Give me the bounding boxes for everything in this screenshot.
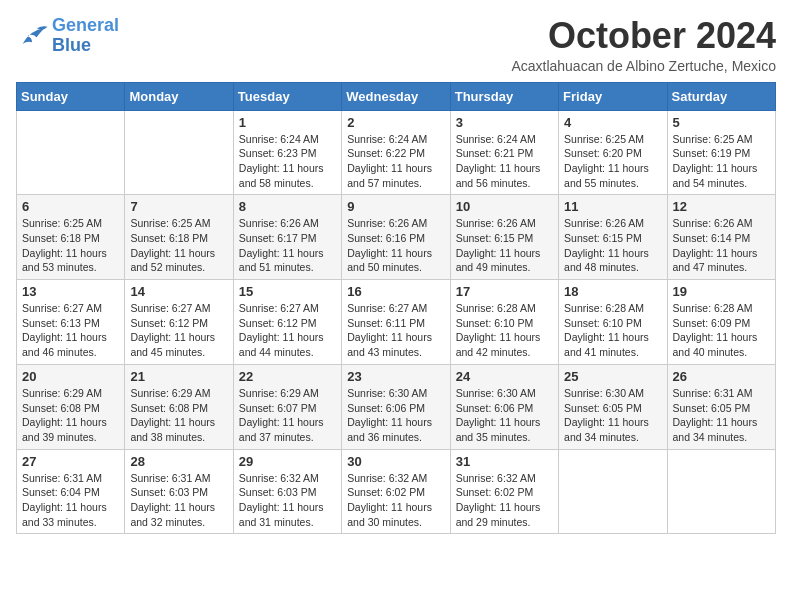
day-number: 14 <box>130 284 227 299</box>
day-info: Sunrise: 6:31 AMSunset: 6:03 PMDaylight:… <box>130 471 227 530</box>
day-info: Sunrise: 6:29 AMSunset: 6:08 PMDaylight:… <box>22 386 119 445</box>
calendar-cell: 25Sunrise: 6:30 AMSunset: 6:05 PMDayligh… <box>559 364 667 449</box>
calendar-cell: 16Sunrise: 6:27 AMSunset: 6:11 PMDayligh… <box>342 280 450 365</box>
calendar-cell <box>125 110 233 195</box>
day-number: 24 <box>456 369 553 384</box>
day-info: Sunrise: 6:27 AMSunset: 6:12 PMDaylight:… <box>130 301 227 360</box>
day-info: Sunrise: 6:28 AMSunset: 6:10 PMDaylight:… <box>564 301 661 360</box>
calendar-cell: 12Sunrise: 6:26 AMSunset: 6:14 PMDayligh… <box>667 195 775 280</box>
day-number: 16 <box>347 284 444 299</box>
calendar-cell: 13Sunrise: 6:27 AMSunset: 6:13 PMDayligh… <box>17 280 125 365</box>
weekday-header-wednesday: Wednesday <box>342 82 450 110</box>
calendar-cell: 29Sunrise: 6:32 AMSunset: 6:03 PMDayligh… <box>233 449 341 534</box>
calendar-cell: 17Sunrise: 6:28 AMSunset: 6:10 PMDayligh… <box>450 280 558 365</box>
day-number: 29 <box>239 454 336 469</box>
day-number: 30 <box>347 454 444 469</box>
calendar-cell: 19Sunrise: 6:28 AMSunset: 6:09 PMDayligh… <box>667 280 775 365</box>
day-number: 10 <box>456 199 553 214</box>
day-info: Sunrise: 6:24 AMSunset: 6:23 PMDaylight:… <box>239 132 336 191</box>
calendar-cell: 26Sunrise: 6:31 AMSunset: 6:05 PMDayligh… <box>667 364 775 449</box>
calendar-cell: 1Sunrise: 6:24 AMSunset: 6:23 PMDaylight… <box>233 110 341 195</box>
day-number: 15 <box>239 284 336 299</box>
calendar-cell: 15Sunrise: 6:27 AMSunset: 6:12 PMDayligh… <box>233 280 341 365</box>
day-number: 7 <box>130 199 227 214</box>
day-number: 12 <box>673 199 770 214</box>
day-number: 3 <box>456 115 553 130</box>
logo: General Blue <box>16 16 119 56</box>
calendar-cell: 18Sunrise: 6:28 AMSunset: 6:10 PMDayligh… <box>559 280 667 365</box>
weekday-header-monday: Monday <box>125 82 233 110</box>
day-info: Sunrise: 6:25 AMSunset: 6:20 PMDaylight:… <box>564 132 661 191</box>
day-info: Sunrise: 6:25 AMSunset: 6:18 PMDaylight:… <box>130 216 227 275</box>
day-info: Sunrise: 6:32 AMSunset: 6:02 PMDaylight:… <box>456 471 553 530</box>
day-info: Sunrise: 6:24 AMSunset: 6:22 PMDaylight:… <box>347 132 444 191</box>
calendar-week-row: 1Sunrise: 6:24 AMSunset: 6:23 PMDaylight… <box>17 110 776 195</box>
day-number: 2 <box>347 115 444 130</box>
day-info: Sunrise: 6:26 AMSunset: 6:14 PMDaylight:… <box>673 216 770 275</box>
day-info: Sunrise: 6:30 AMSunset: 6:06 PMDaylight:… <box>347 386 444 445</box>
day-number: 31 <box>456 454 553 469</box>
calendar-cell: 30Sunrise: 6:32 AMSunset: 6:02 PMDayligh… <box>342 449 450 534</box>
day-number: 21 <box>130 369 227 384</box>
day-info: Sunrise: 6:24 AMSunset: 6:21 PMDaylight:… <box>456 132 553 191</box>
calendar-cell: 11Sunrise: 6:26 AMSunset: 6:15 PMDayligh… <box>559 195 667 280</box>
day-number: 26 <box>673 369 770 384</box>
calendar-cell: 23Sunrise: 6:30 AMSunset: 6:06 PMDayligh… <box>342 364 450 449</box>
page-header: General Blue October 2024 Acaxtlahuacan … <box>16 16 776 74</box>
day-number: 23 <box>347 369 444 384</box>
calendar-week-row: 20Sunrise: 6:29 AMSunset: 6:08 PMDayligh… <box>17 364 776 449</box>
day-number: 18 <box>564 284 661 299</box>
day-number: 22 <box>239 369 336 384</box>
calendar-cell: 6Sunrise: 6:25 AMSunset: 6:18 PMDaylight… <box>17 195 125 280</box>
day-info: Sunrise: 6:29 AMSunset: 6:08 PMDaylight:… <box>130 386 227 445</box>
day-info: Sunrise: 6:32 AMSunset: 6:02 PMDaylight:… <box>347 471 444 530</box>
calendar-cell <box>559 449 667 534</box>
calendar-week-row: 13Sunrise: 6:27 AMSunset: 6:13 PMDayligh… <box>17 280 776 365</box>
day-info: Sunrise: 6:30 AMSunset: 6:06 PMDaylight:… <box>456 386 553 445</box>
calendar-cell: 31Sunrise: 6:32 AMSunset: 6:02 PMDayligh… <box>450 449 558 534</box>
day-info: Sunrise: 6:27 AMSunset: 6:11 PMDaylight:… <box>347 301 444 360</box>
day-number: 20 <box>22 369 119 384</box>
calendar-cell: 3Sunrise: 6:24 AMSunset: 6:21 PMDaylight… <box>450 110 558 195</box>
day-info: Sunrise: 6:26 AMSunset: 6:16 PMDaylight:… <box>347 216 444 275</box>
calendar-cell: 28Sunrise: 6:31 AMSunset: 6:03 PMDayligh… <box>125 449 233 534</box>
calendar-cell: 14Sunrise: 6:27 AMSunset: 6:12 PMDayligh… <box>125 280 233 365</box>
day-info: Sunrise: 6:27 AMSunset: 6:13 PMDaylight:… <box>22 301 119 360</box>
day-number: 17 <box>456 284 553 299</box>
day-info: Sunrise: 6:26 AMSunset: 6:17 PMDaylight:… <box>239 216 336 275</box>
day-number: 27 <box>22 454 119 469</box>
day-number: 9 <box>347 199 444 214</box>
weekday-header-sunday: Sunday <box>17 82 125 110</box>
calendar-cell: 24Sunrise: 6:30 AMSunset: 6:06 PMDayligh… <box>450 364 558 449</box>
weekday-header-friday: Friday <box>559 82 667 110</box>
calendar-table: SundayMondayTuesdayWednesdayThursdayFrid… <box>16 82 776 535</box>
day-number: 19 <box>673 284 770 299</box>
calendar-cell: 2Sunrise: 6:24 AMSunset: 6:22 PMDaylight… <box>342 110 450 195</box>
calendar-header-row: SundayMondayTuesdayWednesdayThursdayFrid… <box>17 82 776 110</box>
day-number: 5 <box>673 115 770 130</box>
day-number: 13 <box>22 284 119 299</box>
calendar-cell: 20Sunrise: 6:29 AMSunset: 6:08 PMDayligh… <box>17 364 125 449</box>
day-info: Sunrise: 6:29 AMSunset: 6:07 PMDaylight:… <box>239 386 336 445</box>
day-number: 25 <box>564 369 661 384</box>
day-info: Sunrise: 6:30 AMSunset: 6:05 PMDaylight:… <box>564 386 661 445</box>
title-block: October 2024 Acaxtlahuacan de Albino Zer… <box>511 16 776 74</box>
day-info: Sunrise: 6:27 AMSunset: 6:12 PMDaylight:… <box>239 301 336 360</box>
weekday-header-saturday: Saturday <box>667 82 775 110</box>
calendar-cell: 27Sunrise: 6:31 AMSunset: 6:04 PMDayligh… <box>17 449 125 534</box>
day-number: 28 <box>130 454 227 469</box>
calendar-cell <box>667 449 775 534</box>
weekday-header-thursday: Thursday <box>450 82 558 110</box>
calendar-cell: 8Sunrise: 6:26 AMSunset: 6:17 PMDaylight… <box>233 195 341 280</box>
calendar-cell: 22Sunrise: 6:29 AMSunset: 6:07 PMDayligh… <box>233 364 341 449</box>
location-subtitle: Acaxtlahuacan de Albino Zertuche, Mexico <box>511 58 776 74</box>
day-info: Sunrise: 6:25 AMSunset: 6:19 PMDaylight:… <box>673 132 770 191</box>
calendar-cell: 7Sunrise: 6:25 AMSunset: 6:18 PMDaylight… <box>125 195 233 280</box>
calendar-cell <box>17 110 125 195</box>
weekday-header-tuesday: Tuesday <box>233 82 341 110</box>
calendar-cell: 21Sunrise: 6:29 AMSunset: 6:08 PMDayligh… <box>125 364 233 449</box>
day-number: 4 <box>564 115 661 130</box>
month-title: October 2024 <box>511 16 776 56</box>
day-info: Sunrise: 6:32 AMSunset: 6:03 PMDaylight:… <box>239 471 336 530</box>
day-info: Sunrise: 6:25 AMSunset: 6:18 PMDaylight:… <box>22 216 119 275</box>
